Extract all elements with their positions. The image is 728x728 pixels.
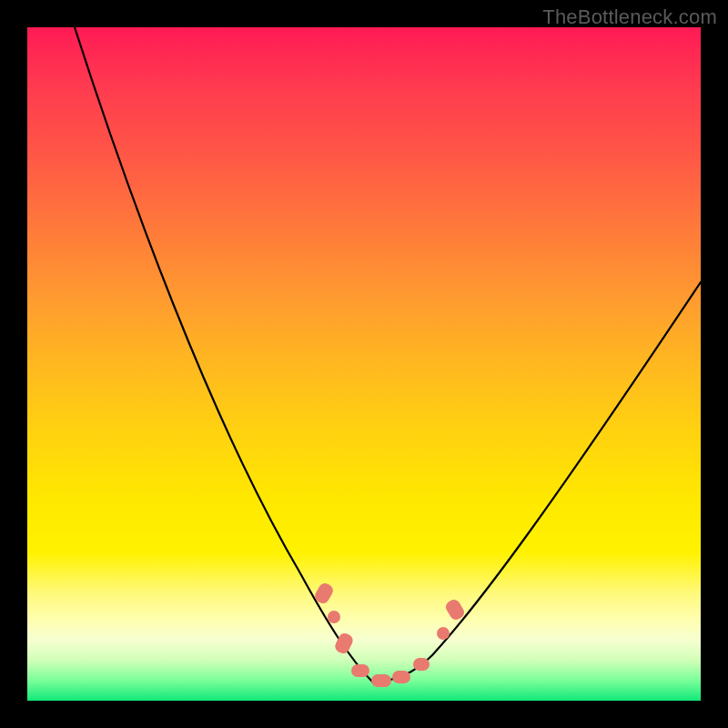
marker-point	[392, 671, 410, 683]
marker-point	[333, 632, 355, 656]
marker-point	[413, 658, 430, 671]
watermark-text: TheBottleneck.com	[542, 5, 717, 29]
marker-point	[443, 597, 466, 622]
marker-point	[328, 611, 340, 623]
curve-markers	[27, 27, 701, 701]
marker-point	[351, 664, 369, 677]
plot-area	[27, 27, 701, 701]
marker-point	[313, 581, 336, 605]
marker-point	[437, 627, 450, 640]
marker-point	[371, 674, 391, 687]
chart-frame: TheBottleneck.com	[0, 0, 728, 728]
